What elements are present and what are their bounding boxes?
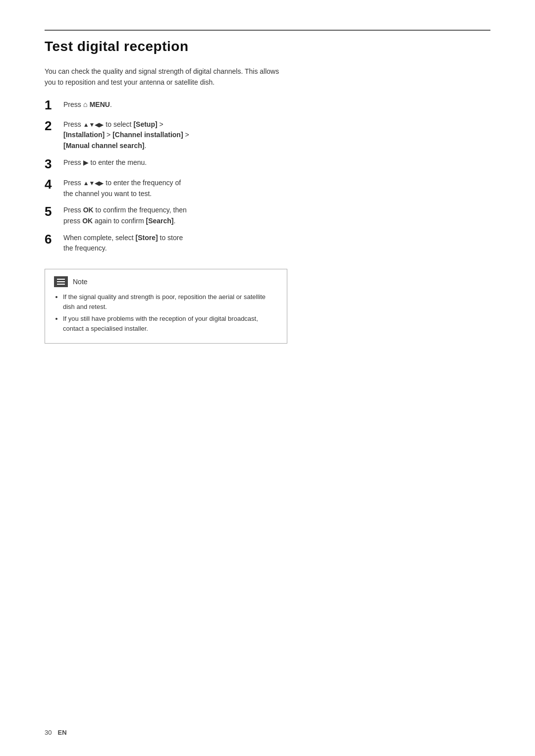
note-box: Note If the signal quality and strength …: [45, 269, 287, 344]
note-bullet-1: If the signal quality and strength is po…: [63, 292, 278, 312]
note-label: Note: [73, 278, 88, 286]
intro-text: You can check the quality and signal str…: [45, 66, 282, 88]
steps-list: 1 Press ⌂ MENU. 2 Press ▲▼◀▶ to select […: [45, 99, 490, 254]
note-icon-lines: [57, 279, 65, 285]
step-content-6: When complete, select [Store] to store t…: [63, 233, 183, 254]
step-number-4: 4: [45, 177, 63, 192]
note-icon-line-2: [57, 281, 65, 282]
title-section: Test digital reception: [45, 30, 490, 54]
arrow-keys-icon-4: ▲▼◀▶: [83, 179, 104, 188]
step-number-6: 6: [45, 232, 63, 247]
footer-language: EN: [57, 729, 66, 736]
step-4: 4 Press ▲▼◀▶ to enter the frequency of t…: [45, 178, 490, 199]
page-container: Test digital reception You can check the…: [0, 0, 535, 756]
step-content-5: Press OK to confirm the frequency, then …: [63, 205, 187, 226]
page-title: Test digital reception: [45, 39, 490, 54]
step-5: 5 Press OK to confirm the frequency, the…: [45, 205, 490, 226]
note-bullet-2: If you still have problems with the rece…: [63, 314, 278, 334]
arrow-keys-icon-2: ▲▼◀▶: [83, 120, 104, 130]
step-content-1: Press ⌂ MENU.: [63, 99, 112, 110]
menu-home-icon: ⌂: [83, 100, 88, 108]
note-icon-line-3: [57, 284, 65, 285]
step-number-2: 2: [45, 118, 63, 134]
step-content-2: Press ▲▼◀▶ to select [Setup] > [Installa…: [63, 119, 189, 151]
step-6: 6 When complete, select [Store] to store…: [45, 233, 490, 254]
step-content-3: Press ▶ to enter the menu.: [63, 157, 147, 168]
step-number-5: 5: [45, 204, 63, 219]
note-icon: [54, 276, 68, 287]
note-bullets: If the signal quality and strength is po…: [54, 292, 278, 334]
step-content-4: Press ▲▼◀▶ to enter the frequency of the…: [63, 178, 181, 199]
step-number-3: 3: [45, 156, 63, 172]
footer: 30 EN: [45, 729, 67, 736]
step-1: 1 Press ⌂ MENU.: [45, 99, 490, 113]
step-number-1: 1: [45, 98, 63, 113]
footer-page-number: 30: [45, 729, 52, 736]
step-2: 2 Press ▲▼◀▶ to select [Setup] > [Instal…: [45, 119, 490, 151]
note-icon-line-1: [57, 279, 65, 280]
step-3: 3 Press ▶ to enter the menu.: [45, 157, 490, 172]
note-header: Note: [54, 276, 278, 287]
